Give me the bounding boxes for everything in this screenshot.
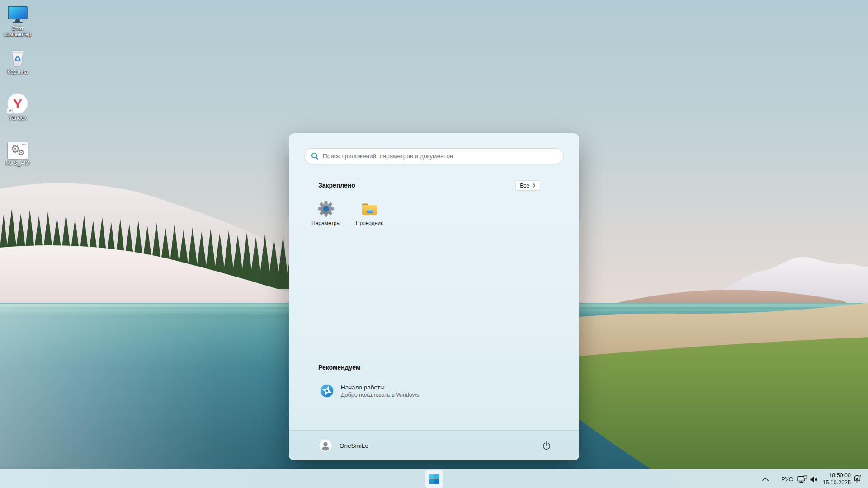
tray-date: 15.10.2025 (821, 479, 851, 486)
chevron-up-icon (762, 477, 769, 482)
start-menu-panel: Закреплено Все (289, 133, 579, 460)
tray-time: 18:50:00 (821, 472, 851, 479)
shortcut-arrow-icon: ↗ (7, 108, 13, 114)
user-name: OneSmiLe (340, 442, 368, 449)
volume-button[interactable] (809, 475, 819, 483)
desktop-icon-label: Yandex (9, 115, 27, 121)
all-apps-label: Все (520, 183, 529, 189)
desktop-icon-label: Этот компьютер (0, 26, 35, 38)
recommended-item-title: Начало работы (341, 384, 419, 391)
start-button[interactable] (425, 470, 443, 488)
pinned-app-label: Параметры (311, 220, 340, 226)
get-started-icon (320, 384, 334, 398)
search-input[interactable] (323, 153, 557, 160)
network-button[interactable] (797, 475, 808, 483)
power-button[interactable] (538, 436, 556, 455)
start-menu-user-bar: OneSmiLe (289, 430, 579, 460)
settings-gear-icon (318, 201, 334, 217)
yandex-letter: Y (13, 96, 22, 111)
user-profile-button[interactable]: OneSmiLe (315, 437, 373, 454)
search-icon (311, 152, 319, 160)
dnd-z-small-glyph: z (859, 474, 861, 477)
dnd-z-glyph: z (856, 477, 858, 481)
windows-logo-icon (429, 474, 439, 484)
file-explorer-icon (361, 201, 378, 217)
recommended-item-subtitle: Добро пожаловать в Windows (341, 392, 419, 398)
ethernet-network-icon (797, 475, 808, 483)
desktop-icon-recycle-bin[interactable]: ♻ Корзина (0, 47, 35, 75)
desktop-icon-label: MAS_AIO (5, 160, 29, 166)
bell-dnd-icon: z z (853, 474, 861, 483)
clock[interactable]: 18:50:00 15.10.2025 (821, 472, 851, 486)
desktop-icon-label: Корзина (7, 69, 28, 75)
power-icon (542, 441, 551, 450)
pinned-app-label: Проводник (356, 220, 383, 226)
gear-icon: ⚙ (18, 148, 24, 158)
recycle-bin-icon: ♻ (9, 47, 27, 68)
window-dots: ••• (22, 143, 26, 146)
notification-dnd-button[interactable]: z z (853, 474, 861, 483)
tray-overflow-button[interactable] (761, 475, 769, 483)
recommended-section-title: Рекомендуем (318, 364, 360, 371)
desktop-icon-mas-aio[interactable]: ••• ⚙ ⚙ MAS_AIO (0, 138, 35, 166)
this-pc-icon (7, 4, 28, 24)
desktop-icon-this-pc[interactable]: Этот компьютер (0, 4, 35, 38)
pinned-app-explorer[interactable]: Проводник (348, 198, 391, 238)
avatar (319, 439, 332, 452)
taskbar: РУС 18:50:00 15.10.2025 z z (0, 469, 868, 488)
start-search-box[interactable] (304, 148, 564, 164)
recommended-item-get-started[interactable]: Начало работы Добро пожаловать в Windows (311, 378, 455, 404)
desktop-icon-yandex[interactable]: Y ↗ Yandex (0, 93, 35, 121)
speaker-icon (810, 476, 818, 483)
language-indicator[interactable]: РУС (777, 469, 797, 488)
recycle-symbol: ♻ (14, 55, 21, 64)
batch-gears-icon: ••• ⚙ ⚙ (7, 138, 28, 159)
pinned-section-title: Закреплено (318, 182, 355, 189)
pinned-apps-grid: Параметры Проводник (304, 198, 565, 238)
all-apps-button[interactable]: Все (515, 180, 540, 191)
chevron-right-icon (533, 183, 536, 188)
pinned-app-settings[interactable]: Параметры (304, 198, 348, 238)
